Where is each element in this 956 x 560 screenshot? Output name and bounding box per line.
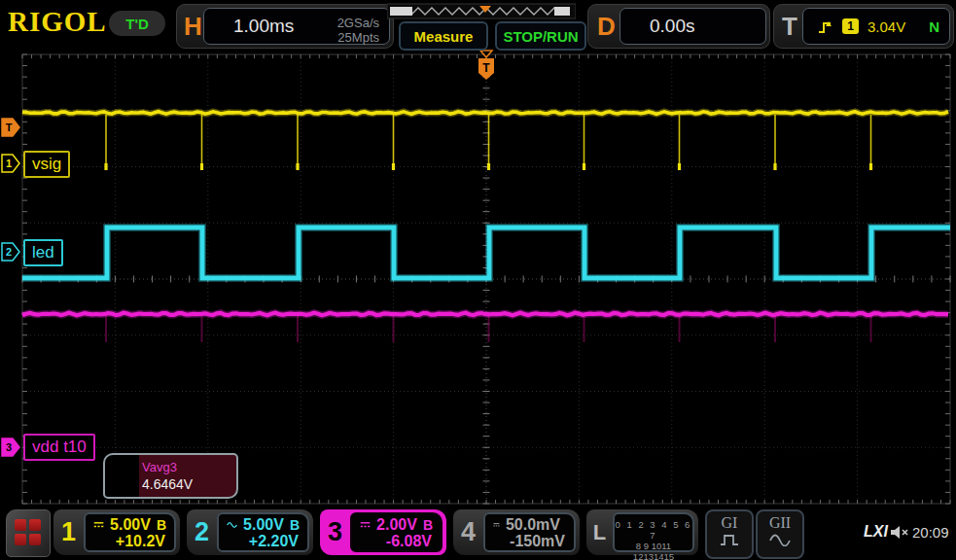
measurement-name: Vavg3 [142, 460, 177, 474]
channel-2-bandwidth: B [290, 517, 300, 533]
channel-3-scale: 2.00V [376, 516, 417, 534]
dc-coupling-icon [93, 520, 104, 530]
stop-run-button[interactable]: STOP/RUN [495, 21, 586, 51]
ch1-pulse-tip [869, 163, 872, 170]
channel-1-bandwidth: B [157, 517, 166, 533]
ch1-pulse-tip [773, 163, 776, 170]
dc-coupling-icon [493, 520, 500, 530]
source2-button[interactable]: GII [756, 509, 804, 559]
channel-3-number: 3 [320, 509, 350, 555]
ch1-position-marker[interactable]: 1 [2, 155, 19, 172]
ch3-trace [22, 313, 948, 316]
digital-row-8-15: 8 9 1011 12131415 [615, 541, 692, 560]
horizontal-label: H [184, 5, 202, 48]
timebase-box[interactable]: 1.00ms 2GSa/s 25Mpts [203, 8, 390, 45]
ch1-waveform-label[interactable]: vsig [23, 151, 70, 178]
ch1-pulse-tip [296, 163, 299, 170]
svg-text:T: T [6, 122, 13, 133]
measure-button[interactable]: Measure [399, 21, 488, 51]
measure-button-label: Measure [414, 28, 474, 45]
channel-4-offset: -150mV [485, 533, 574, 550]
ch2-waveform-label[interactable]: led [23, 239, 63, 266]
ch1-pulse-tip [392, 163, 395, 170]
trigger-source-badge: 1 [842, 18, 859, 34]
ch1-pulse-tip [104, 163, 107, 170]
stop-run-label: STOP/RUN [503, 28, 578, 45]
ch1-pulse-tip [487, 163, 490, 170]
channel-2-number: 2 [187, 509, 217, 555]
digital-channels-box[interactable]: L 0 1 2 3 4 5 6 7 8 9 1011 12131415 [586, 509, 698, 555]
sample-rate: 2GSa/s [337, 16, 379, 30]
memory-depth: 25Mpts [337, 30, 379, 45]
ch3-waveform-label[interactable]: vdd t10 [23, 434, 95, 461]
delay-box[interactable]: 0.00s [620, 8, 766, 45]
horizontal-settings[interactable]: H 1.00ms 2GSa/s 25Mpts [176, 4, 394, 49]
svg-text:2: 2 [6, 246, 12, 258]
channel-3-offset: -6.08V [352, 533, 441, 550]
svg-text:T: T [482, 61, 490, 75]
source1-label: GI [707, 513, 752, 533]
channel-2-offset: +2.20V [219, 533, 307, 550]
channel-1-box[interactable]: 1 5.00V B +10.2V [53, 509, 180, 555]
trigger-box[interactable]: 1 3.04V N [802, 8, 950, 45]
trigger-status-badge: T'D [109, 11, 165, 36]
waveform-overview-strip[interactable] [387, 3, 576, 19]
channel-3-box[interactable]: 3 2.00V B -6.08V [320, 509, 446, 555]
channel-4-number: 4 [453, 509, 483, 555]
measurement-popup: Vavg3 4.6464V [103, 453, 238, 499]
channel-4-box[interactable]: 4 50.0mV -150mV [453, 509, 580, 555]
timebase-value: 1.00ms [233, 16, 294, 37]
trigger-label: T [782, 5, 797, 48]
delay-label: D [597, 5, 616, 48]
lxi-logo: LXI [864, 523, 888, 541]
system-clock: 20:09 [912, 524, 949, 541]
rising-edge-icon [817, 18, 833, 35]
trigger-level-marker[interactable]: T [2, 119, 19, 136]
ch1-pulse-tip [583, 163, 585, 170]
measurement-value: 4.6464V [142, 476, 193, 492]
channel-2-box[interactable]: 2 5.00V B +2.20V [187, 509, 313, 555]
source2-label: GII [758, 513, 802, 533]
trigger-status-text: T'D [125, 16, 149, 32]
trigger-mode: N [929, 18, 939, 35]
source1-button[interactable]: GI [705, 509, 754, 559]
channel-1-number: 1 [53, 509, 84, 555]
rigol-logo: RIGOL [8, 6, 107, 38]
menu-button[interactable] [6, 509, 51, 557]
overview-window-left[interactable] [390, 7, 412, 16]
ch1-pulse-tip [678, 163, 681, 170]
overview-window-right[interactable] [554, 7, 570, 16]
ch2-trace-glow [22, 228, 950, 278]
svg-text:3: 3 [6, 441, 12, 453]
oscilloscope-screen: T123T RIGOL T'D H 1.00ms 2GSa/s 25Mpts M… [0, 0, 956, 560]
menu-grid-icon [15, 519, 40, 544]
ch1-pulse-tip [200, 163, 203, 170]
square-wave-icon [719, 533, 740, 546]
sine-wave-icon [768, 533, 792, 546]
channel-1-offset: +10.2V [86, 533, 174, 550]
ac-coupling-icon [227, 520, 237, 530]
channel-3-bandwidth: B [423, 517, 433, 533]
ch3-position-marker[interactable]: 3 [2, 438, 19, 456]
speaker-muted-icon[interactable] [889, 525, 910, 540]
svg-text:1: 1 [6, 158, 12, 169]
channel-1-scale: 5.00V [110, 516, 151, 534]
delay-value: 0.00s [650, 16, 694, 37]
digital-row-0-7: 0 1 2 3 4 5 6 7 [615, 519, 692, 541]
ch2-position-marker[interactable]: 2 [2, 243, 19, 261]
delay-settings[interactable]: D 0.00s [587, 4, 770, 49]
dc-coupling-icon [360, 520, 371, 530]
channel-4-scale: 50.0mV [506, 516, 560, 534]
digital-label: L [586, 509, 613, 555]
trigger-settings[interactable]: T 1 3.04V N [773, 4, 954, 49]
ch1-trace [22, 112, 948, 115]
trigger-level-value: 3.04V [867, 18, 905, 35]
channel-2-scale: 5.00V [243, 516, 284, 534]
